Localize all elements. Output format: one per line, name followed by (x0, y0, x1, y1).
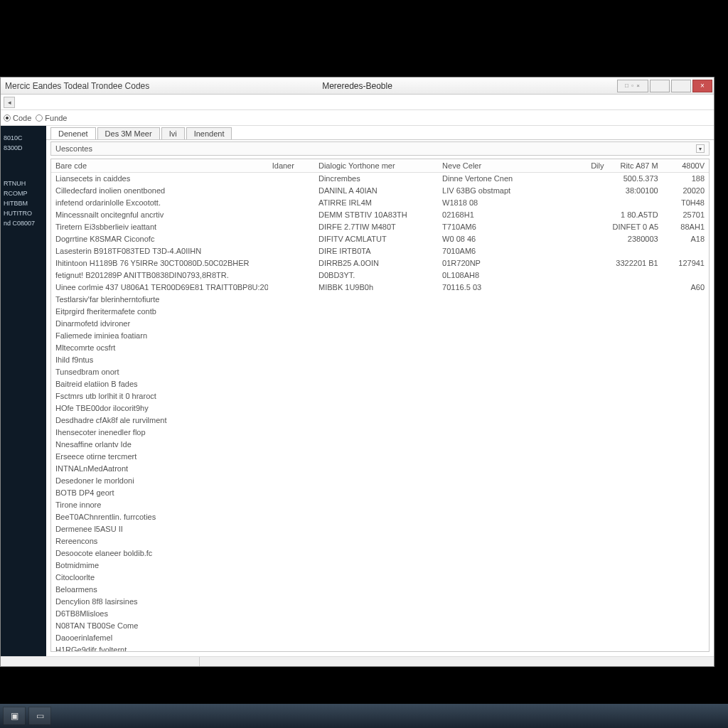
sidebar-item[interactable]: 8300D (2, 143, 45, 153)
table-row[interactable]: Faliemede iminiea foatiarn (51, 330, 709, 342)
sidebar-item[interactable]: RCOMP (2, 188, 45, 198)
maximize-button[interactable] (671, 80, 691, 92)
table-row[interactable]: Tiretern Ei3sbberlieiv ieattantDIRFE 2.7… (51, 221, 709, 233)
cell (663, 414, 709, 427)
col-idaner[interactable]: Idaner (268, 159, 314, 173)
cell: Ihild f9ntus (51, 354, 268, 366)
table-row[interactable]: Dogrrtine K8SMAR CiconofcDIFITV ACMLATUT… (51, 233, 709, 245)
col-4800v[interactable]: 4800V (663, 159, 709, 173)
tab-ivi[interactable]: Ivi (161, 127, 185, 139)
table-row[interactable]: Nnesaffine orlantv Ide (51, 439, 709, 451)
table-row[interactable]: Lasesterin B918TF083TED T3D-4.A0IIHNDIRE… (51, 245, 709, 257)
table-row[interactable]: Desoocote elaneer boldib.fc (51, 547, 709, 560)
table-row[interactable]: Beloarmens (51, 584, 709, 596)
cell (609, 427, 663, 439)
taskbar-start-icon[interactable]: ▣ (3, 707, 26, 725)
cell (663, 511, 709, 523)
cell (609, 294, 663, 306)
table-row[interactable]: INTNALnMedAatront (51, 463, 709, 475)
cell (438, 475, 554, 487)
radio-code[interactable]: Code (4, 114, 31, 122)
cell (314, 378, 438, 390)
sidebar-item[interactable]: RTNUH (2, 178, 45, 188)
taskbar[interactable]: ▣ ▭ (0, 704, 728, 728)
cell: Uinee corlmie 437 U806A1 TER00D69E81 TRA… (51, 282, 268, 294)
table-row[interactable]: Baitreid elatiion B fades (51, 378, 709, 390)
table-row[interactable]: Tirone innore (51, 499, 709, 511)
cell (314, 463, 438, 475)
col-dialogic[interactable]: Dialogic Yorthone mer (314, 159, 438, 173)
col-barecde[interactable]: Bare cde (51, 159, 268, 173)
table-row[interactable]: Eitprgird fheritermafete contb (51, 306, 709, 318)
table-row[interactable]: Ihild f9ntus (51, 354, 709, 366)
data-grid[interactable]: Bare cde Idaner Dialogic Yorthone mer Ne… (50, 159, 710, 652)
cell: Nnesaffine orlantv Ide (51, 439, 268, 451)
col-ritc[interactable]: Ritc A87 M (609, 159, 663, 173)
status-segment (43, 657, 200, 666)
table-row[interactable]: Rereencons (51, 535, 709, 547)
cell (554, 318, 608, 330)
statusbar (1, 656, 714, 666)
tab-denenet[interactable]: Denenet (50, 127, 96, 139)
table-row[interactable]: fetignut! B201289P ANITTB0838DIN0793,8R8… (51, 269, 709, 282)
table-row[interactable]: Testlarsiv'far blerinherntofiurte (51, 294, 709, 306)
back-icon[interactable]: ◂ (4, 97, 15, 108)
table-row[interactable]: Ihitintoon H1189B 76 Y5IRRe 30CT0080D.50… (51, 257, 709, 269)
radio-code-label: Code (13, 114, 31, 122)
table-row[interactable]: infetend ordarinlolle Excootott.ATIRRE I… (51, 197, 709, 209)
table-row[interactable]: N08TAN TB00Se Come (51, 620, 709, 632)
table-row[interactable]: Desdhadre cfAk8f ale rurvilment (51, 414, 709, 427)
close-button[interactable]: × (692, 80, 712, 92)
table-row[interactable]: Fsctmrs utb lorlhit it 0 hraroct (51, 390, 709, 402)
table-row[interactable]: Liansecets in caiddesDincrembesDinne Ver… (51, 173, 709, 186)
cell (609, 269, 663, 282)
cell (663, 584, 709, 596)
table-row[interactable]: Ihensecoter inenedler flop (51, 427, 709, 439)
cell (554, 644, 608, 652)
tab-des3m[interactable]: Des 3M Meer (97, 127, 160, 139)
window-control-group[interactable]: □ ▫ × (617, 80, 648, 92)
cell (554, 560, 608, 572)
table-row[interactable]: D6TB8Mlisloes (51, 608, 709, 620)
table-row[interactable]: H1RGe9difr fvolternt (51, 644, 709, 652)
table-row[interactable]: Citocloorlte (51, 572, 709, 584)
table-row[interactable]: Cilledecfard inolien onentbonedDANINL A … (51, 185, 709, 197)
col-neve[interactable]: Neve Celer (438, 159, 554, 173)
table-row[interactable]: Tunsedbram onort (51, 366, 709, 378)
table-row[interactable]: Dencylion 8f8 lasirsines (51, 596, 709, 608)
table-row[interactable]: Uinee corlmie 437 U806A1 TER00D69E81 TRA… (51, 282, 709, 294)
table-row[interactable]: Mltecomrte ocsfrt (51, 342, 709, 354)
table-row[interactable]: HOfe TBE00dor ilocorit9hy (51, 402, 709, 414)
body: 8010C 8300D RTNUH RCOMP HITBBM HUTITRO n… (1, 126, 714, 656)
col-dily[interactable]: Dily (554, 159, 608, 173)
table-row[interactable]: BeeT0AChnrentlin. furrcoties (51, 511, 709, 523)
cell (314, 499, 438, 511)
table-row[interactable]: Erseece otirne tercmert (51, 451, 709, 463)
cell (663, 294, 709, 306)
sidebar-item[interactable]: nd C08007 (2, 218, 45, 228)
radio-funde[interactable]: Funde (36, 114, 67, 122)
cell (438, 547, 554, 560)
table-row[interactable]: Mincessnailt oncitegnful ancrtivDEMM STB… (51, 209, 709, 221)
cell (609, 620, 663, 632)
table-row[interactable]: Botmidmime (51, 560, 709, 572)
table-row[interactable]: Daooerinlafemel (51, 632, 709, 644)
cell (663, 390, 709, 402)
cell (268, 511, 314, 523)
sort-icon[interactable]: ▾ (696, 144, 705, 153)
table-row[interactable]: Desedoner le morldoni (51, 475, 709, 487)
minimize-button[interactable] (650, 80, 670, 92)
cell (609, 523, 663, 535)
cell (268, 644, 314, 652)
sidebar-item[interactable]: HUTITRO (2, 208, 45, 218)
sidebar-item[interactable]: HITBBM (2, 198, 45, 208)
cell (268, 439, 314, 451)
table-row[interactable]: BOTB DP4 geort (51, 487, 709, 499)
titlebar[interactable]: Mercic Eandes Todeal Trondee Codes Merer… (1, 77, 714, 95)
table-row[interactable]: Dinarmofetd idvironer (51, 318, 709, 330)
taskbar-app-icon[interactable]: ▭ (28, 707, 51, 725)
table-row[interactable]: Dermenee l5ASU II (51, 523, 709, 535)
cell (438, 487, 554, 499)
tab-inendent[interactable]: Inendent (186, 127, 232, 139)
sidebar-item[interactable]: 8010C (2, 133, 45, 143)
